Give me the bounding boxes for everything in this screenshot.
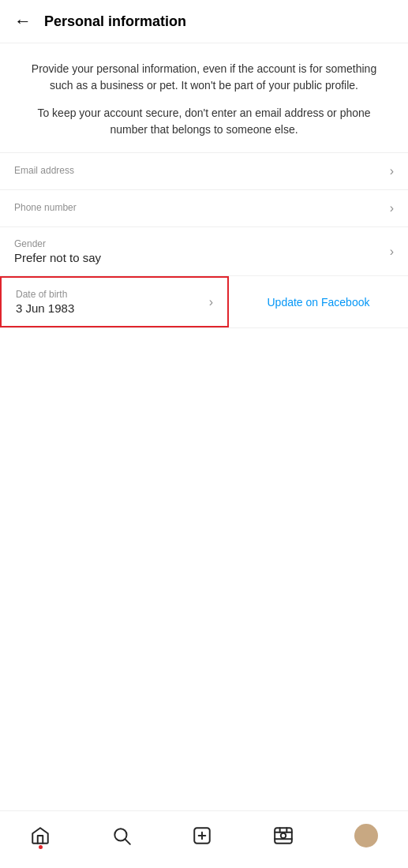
page-title: Personal information	[44, 13, 186, 30]
nav-home[interactable]	[22, 821, 58, 851]
update-on-facebook-link[interactable]: Update on Facebook	[229, 285, 408, 320]
add-icon	[192, 825, 212, 846]
reels-icon	[273, 825, 294, 846]
dob-label: Date of birth	[16, 289, 74, 300]
gender-field-row[interactable]: Gender Prefer not to say ›	[0, 227, 408, 276]
nav-add[interactable]	[184, 821, 220, 851]
nav-search[interactable]	[103, 821, 140, 851]
bottom-nav	[0, 810, 408, 868]
phone-field-content: Phone number	[14, 202, 382, 215]
search-icon	[111, 825, 132, 846]
email-label: Email address	[14, 165, 382, 176]
email-field-row[interactable]: Email address ›	[0, 153, 408, 190]
svg-rect-5	[275, 828, 292, 844]
home-icon	[30, 825, 51, 846]
phone-field-row[interactable]: Phone number ›	[0, 190, 408, 227]
dob-chevron-icon: ›	[209, 295, 213, 309]
svg-line-1	[125, 840, 130, 844]
back-button[interactable]: ←	[14, 13, 32, 30]
gender-chevron-icon: ›	[390, 245, 394, 259]
email-field-content: Email address	[14, 165, 382, 178]
header: ← Personal information	[0, 0, 408, 43]
home-active-dot	[39, 845, 43, 849]
gender-label: Gender	[14, 238, 382, 249]
gender-field-content: Gender Prefer not to say	[14, 238, 382, 264]
phone-label: Phone number	[14, 202, 382, 213]
dob-value: 3 Jun 1983	[16, 301, 74, 315]
dob-field-box[interactable]: Date of birth 3 Jun 1983 ›	[0, 276, 229, 327]
phone-chevron-icon: ›	[390, 201, 394, 215]
nav-reels[interactable]	[265, 821, 301, 851]
profile-avatar	[354, 824, 378, 847]
fields-section: Email address › Phone number › Gender Pr…	[0, 153, 408, 810]
dob-row: Date of birth 3 Jun 1983 › Update on Fac…	[0, 276, 408, 328]
main-description: Provide your personal information, even …	[24, 61, 384, 94]
nav-profile[interactable]	[346, 819, 386, 852]
svg-point-6	[281, 833, 286, 839]
email-chevron-icon: ›	[390, 164, 394, 178]
warning-description: To keep your account secure, don't enter…	[24, 105, 384, 138]
gender-value: Prefer not to say	[14, 251, 382, 264]
dob-field-content: Date of birth 3 Jun 1983	[16, 289, 74, 315]
description-section: Provide your personal information, even …	[0, 43, 408, 153]
